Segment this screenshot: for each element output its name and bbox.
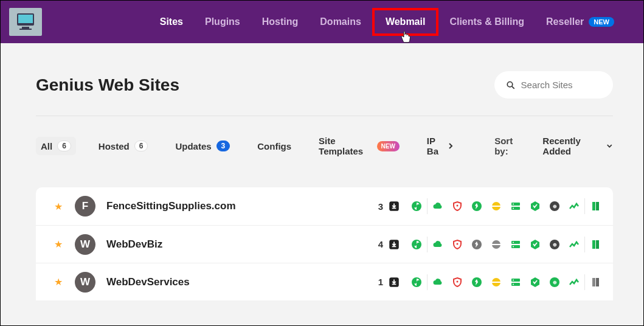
- speed-icon[interactable]: [471, 277, 482, 288]
- status-icons: ⊕: [432, 277, 580, 288]
- hex-icon[interactable]: [530, 277, 541, 288]
- nav-reseller[interactable]: ResellerNEW: [535, 8, 625, 36]
- perf-icon[interactable]: ⊕: [549, 201, 560, 212]
- sort-value: Recently Added: [542, 136, 603, 156]
- shield-icon[interactable]: [452, 239, 463, 250]
- site-row[interactable]: ★WWebDevServices1⊕: [36, 263, 613, 300]
- chevron-right-icon[interactable]: [447, 141, 454, 151]
- svg-point-4: [507, 82, 512, 86]
- disc-icon[interactable]: [491, 277, 502, 288]
- svg-rect-3: [19, 29, 32, 30]
- download-icon[interactable]: [388, 276, 400, 288]
- hex-icon[interactable]: [530, 239, 541, 250]
- separator: [427, 198, 428, 214]
- speed-icon[interactable]: [471, 239, 482, 250]
- site-name[interactable]: WebDevServices: [106, 276, 378, 288]
- star-icon[interactable]: ★: [54, 276, 63, 288]
- svg-rect-19: [596, 202, 599, 210]
- star-icon[interactable]: ★: [54, 238, 63, 250]
- filter-hosted[interactable]: Hosted6: [94, 137, 153, 155]
- updates-count: 1: [378, 277, 383, 287]
- site-row[interactable]: ★FFenceSittingSupplies.com3⊕: [36, 187, 613, 225]
- search-input[interactable]: [521, 80, 601, 90]
- site-row[interactable]: ★WWebDevBiz4⊕: [36, 225, 613, 263]
- svg-text:⊕: ⊕: [553, 204, 557, 209]
- book-icon[interactable]: [590, 239, 601, 250]
- chart-icon[interactable]: [569, 201, 580, 212]
- status-icons: ⊕: [432, 201, 580, 212]
- svg-point-42: [513, 279, 514, 280]
- download-icon[interactable]: [388, 238, 400, 251]
- download-icon[interactable]: [388, 200, 400, 212]
- cloud-icon[interactable]: [432, 201, 443, 212]
- nav-hosting[interactable]: Hosting: [251, 8, 310, 36]
- filter-label: All: [41, 141, 52, 151]
- content: Genius Web Sites All6Hosted6Updates3Conf…: [1, 43, 643, 300]
- updates-count: 3: [378, 201, 383, 212]
- cloud-icon[interactable]: [432, 239, 443, 250]
- svg-rect-18: [592, 202, 595, 210]
- new-pill: NEW: [377, 141, 400, 151]
- svg-point-43: [513, 283, 514, 285]
- chart-icon[interactable]: [569, 277, 580, 288]
- swirl-icon[interactable]: [411, 277, 422, 288]
- svg-text:⊕: ⊕: [553, 280, 557, 285]
- disc-icon[interactable]: [491, 201, 502, 212]
- site-name[interactable]: FenceSittingSupplies.com: [106, 200, 378, 212]
- speed-icon[interactable]: [471, 201, 482, 212]
- book-icon[interactable]: [590, 277, 601, 288]
- svg-point-8: [457, 205, 459, 207]
- header-row: Genius Web Sites: [36, 71, 613, 99]
- svg-line-5: [512, 86, 514, 89]
- swirl-icon[interactable]: [411, 239, 422, 250]
- search-bar[interactable]: [494, 71, 613, 99]
- logo[interactable]: [9, 8, 42, 36]
- chevron-down-icon: [606, 142, 613, 150]
- top-nav: SitesPluginsHostingDomainsWebmailClients…: [1, 1, 643, 43]
- book-icon[interactable]: [590, 201, 601, 212]
- nav-webmail[interactable]: Webmail: [372, 8, 439, 36]
- nav-plugins[interactable]: Plugins: [194, 8, 251, 36]
- hex-icon[interactable]: [530, 201, 541, 212]
- server-icon[interactable]: [510, 277, 521, 288]
- disc-icon[interactable]: [491, 239, 502, 250]
- filter-updates[interactable]: Updates3: [170, 137, 235, 155]
- filter-all[interactable]: All6: [36, 137, 76, 155]
- perf-icon[interactable]: ⊕: [549, 239, 560, 250]
- avatar: W: [75, 272, 95, 293]
- sort-select[interactable]: Recently Added: [542, 136, 613, 156]
- shield-icon[interactable]: [452, 201, 463, 212]
- nav-sites[interactable]: Sites: [149, 8, 194, 36]
- filter-label: Hosted: [99, 141, 130, 151]
- server-icon[interactable]: [510, 239, 521, 250]
- perf-icon[interactable]: ⊕: [549, 277, 560, 288]
- separator: [584, 198, 585, 214]
- search-icon: [507, 80, 515, 90]
- nav-items: SitesPluginsHostingDomainsWebmailClients…: [149, 8, 625, 36]
- site-name[interactable]: WebDevBiz: [106, 238, 378, 251]
- avatar: F: [75, 196, 95, 217]
- filter-configs[interactable]: Configs: [252, 137, 296, 155]
- nav-clients-billing[interactable]: Clients & Billing: [438, 8, 535, 36]
- shield-icon[interactable]: [452, 277, 463, 288]
- count-badge: 6: [57, 140, 71, 151]
- swirl-icon[interactable]: [411, 201, 422, 212]
- count-badge: 6: [134, 140, 148, 151]
- star-icon[interactable]: ★: [54, 201, 63, 212]
- svg-rect-39: [492, 282, 500, 283]
- server-icon[interactable]: [510, 201, 521, 212]
- separator: [584, 274, 585, 290]
- svg-rect-1: [18, 15, 33, 23]
- svg-rect-11: [492, 206, 500, 207]
- filter-site-templates[interactable]: Site TemplatesNEW: [314, 132, 404, 160]
- nav-domains[interactable]: Domains: [309, 8, 372, 36]
- filter-ip-ba[interactable]: IP Ba: [422, 132, 459, 160]
- updates-group: 4: [378, 238, 400, 251]
- divider: [36, 116, 613, 116]
- svg-rect-46: [592, 278, 595, 286]
- svg-point-22: [457, 243, 459, 244]
- svg-point-15: [513, 208, 514, 209]
- cloud-icon[interactable]: [432, 277, 443, 288]
- svg-point-36: [457, 280, 459, 282]
- chart-icon[interactable]: [569, 239, 580, 250]
